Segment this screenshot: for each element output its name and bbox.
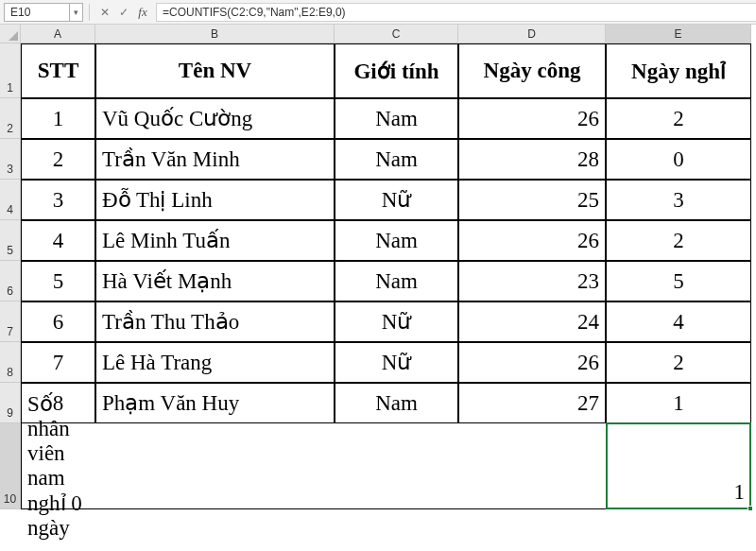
- cell-name[interactable]: Lê Minh Tuấn: [95, 220, 335, 261]
- cell-off[interactable]: 2: [606, 98, 751, 139]
- select-all-corner[interactable]: [0, 25, 21, 43]
- cell-off[interactable]: 2: [606, 220, 751, 261]
- column-header-c[interactable]: C: [335, 25, 458, 43]
- cell-name[interactable]: Vũ Quốc Cường: [95, 98, 335, 139]
- formula-toolbar: E10 ▾ ✕ ✓ fx =COUNTIFS(C2:C9,"Nam",E2:E9…: [0, 0, 756, 25]
- formula-bar[interactable]: =COUNTIFS(C2:C9,"Nam",E2:E9,0): [156, 3, 756, 22]
- table-row: 1Vũ Quốc CườngNam262: [21, 98, 751, 139]
- row-header-6[interactable]: 6: [0, 261, 21, 301]
- enter-icon[interactable]: ✓: [115, 4, 132, 21]
- cell-gender[interactable]: Nam: [335, 220, 458, 261]
- cell-name[interactable]: Lê Hà Trang: [95, 342, 335, 383]
- cell-days[interactable]: 26: [458, 98, 606, 139]
- cell-stt[interactable]: 5: [21, 261, 95, 301]
- cell-stt[interactable]: 1: [21, 98, 95, 139]
- cell-name[interactable]: Trần Thu Thảo: [95, 301, 335, 342]
- fill-handle[interactable]: [747, 506, 753, 511]
- row-header-9[interactable]: 9: [0, 383, 21, 423]
- column-headers: ABCDE: [21, 25, 751, 43]
- row-header-4[interactable]: 4: [0, 180, 21, 220]
- column-header-d[interactable]: D: [458, 25, 606, 43]
- table-row: 3Đỗ Thị LinhNữ253: [21, 180, 751, 220]
- row-header-5[interactable]: 5: [0, 220, 21, 261]
- cell-days[interactable]: 27: [458, 383, 606, 423]
- active-cell-outline: [606, 422, 751, 509]
- cell-off[interactable]: 4: [606, 301, 751, 342]
- table-row: 5Hà Viết MạnhNam235: [21, 261, 751, 301]
- cell-days[interactable]: 26: [458, 342, 606, 383]
- chevron-down-icon: ▾: [74, 8, 78, 17]
- table-row: 2Trần Văn MinhNam280: [21, 139, 751, 180]
- cell-name[interactable]: Trần Văn Minh: [95, 139, 335, 180]
- cell-off[interactable]: 2: [606, 342, 751, 383]
- column-header-e[interactable]: E: [606, 25, 751, 43]
- header-gender[interactable]: Giới tính: [335, 43, 458, 98]
- cell-name[interactable]: Hà Viết Mạnh: [95, 261, 335, 301]
- table-header-row: STT Tên NV Giới tính Ngày công Ngày nghỉ: [21, 43, 751, 98]
- cell-days[interactable]: 26: [458, 220, 606, 261]
- cell-gender[interactable]: Nam: [335, 261, 458, 301]
- cancel-icon[interactable]: ✕: [96, 4, 113, 21]
- summary-value-cell[interactable]: 1: [606, 423, 751, 509]
- row-header-8[interactable]: 8: [0, 342, 21, 383]
- table-row: 6Trần Thu ThảoNữ244: [21, 301, 751, 342]
- table-row: 4Lê Minh TuấnNam262: [21, 220, 751, 261]
- cell-days[interactable]: 24: [458, 301, 606, 342]
- name-box-dropdown[interactable]: ▾: [70, 3, 83, 22]
- formula-text: =COUNTIFS(C2:C9,"Nam",E2:E9,0): [163, 6, 346, 19]
- row-headers: 12345678910: [0, 43, 21, 509]
- column-header-a[interactable]: A: [21, 25, 95, 43]
- summary-cell-c[interactable]: [335, 423, 458, 509]
- summary-value: 1: [734, 480, 746, 505]
- cell-days[interactable]: 25: [458, 180, 606, 220]
- header-name[interactable]: Tên NV: [95, 43, 335, 98]
- cell-off[interactable]: 5: [606, 261, 751, 301]
- cell-gender[interactable]: Nam: [335, 383, 458, 423]
- cell-days[interactable]: 28: [458, 139, 606, 180]
- cell-days[interactable]: 23: [458, 261, 606, 301]
- cell-name[interactable]: Phạm Văn Huy: [95, 383, 335, 423]
- header-stt[interactable]: STT: [21, 43, 95, 98]
- cell-gender[interactable]: Nữ: [335, 301, 458, 342]
- cells: STT Tên NV Giới tính Ngày công Ngày nghỉ…: [21, 43, 751, 509]
- cell-off[interactable]: 1: [606, 383, 751, 423]
- summary-row: Số nhân viên nam nghỉ 0 ngày 1: [21, 423, 751, 509]
- cell-name[interactable]: Đỗ Thị Linh: [95, 180, 335, 220]
- divider: [89, 4, 90, 21]
- cell-off[interactable]: 3: [606, 180, 751, 220]
- row-header-1[interactable]: 1: [0, 43, 21, 98]
- summary-cell-b[interactable]: [95, 423, 335, 509]
- cell-stt[interactable]: 4: [21, 220, 95, 261]
- column-header-b[interactable]: B: [95, 25, 335, 43]
- table-row: 8Phạm Văn HuyNam271: [21, 383, 751, 423]
- cell-gender[interactable]: Nam: [335, 139, 458, 180]
- cell-stt[interactable]: 7: [21, 342, 95, 383]
- name-box[interactable]: E10: [4, 3, 70, 22]
- header-days[interactable]: Ngày công: [458, 43, 606, 98]
- summary-cell-d[interactable]: [458, 423, 606, 509]
- summary-label-cell[interactable]: Số nhân viên nam nghỉ 0 ngày: [21, 423, 95, 509]
- cell-gender[interactable]: Nữ: [335, 180, 458, 220]
- name-box-value: E10: [10, 6, 30, 19]
- table-row: 7Lê Hà TrangNữ262: [21, 342, 751, 383]
- cell-stt[interactable]: 2: [21, 139, 95, 180]
- cell-off[interactable]: 0: [606, 139, 751, 180]
- row-header-2[interactable]: 2: [0, 98, 21, 139]
- row-header-7[interactable]: 7: [0, 301, 21, 342]
- cell-gender[interactable]: Nữ: [335, 342, 458, 383]
- row-header-10[interactable]: 10: [0, 423, 21, 509]
- cell-stt[interactable]: 6: [21, 301, 95, 342]
- cell-gender[interactable]: Nam: [335, 98, 458, 139]
- row-header-3[interactable]: 3: [0, 139, 21, 180]
- header-off[interactable]: Ngày nghỉ: [606, 43, 751, 98]
- fx-icon[interactable]: fx: [134, 4, 151, 21]
- cell-stt[interactable]: 3: [21, 180, 95, 220]
